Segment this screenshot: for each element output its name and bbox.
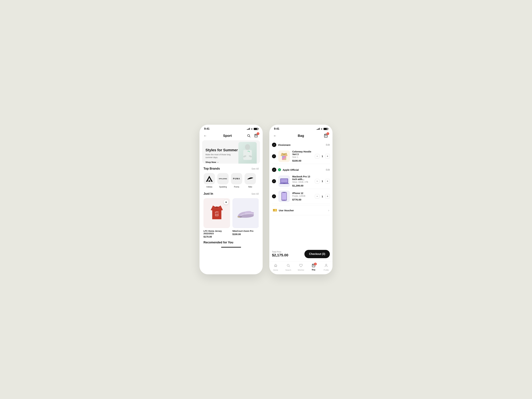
item-check-iphone[interactable]: ✓ — [272, 194, 276, 198]
item-check-macbook[interactable]: ✓ — [272, 179, 276, 183]
bag-nav: ← Bag 3 — [269, 132, 332, 140]
brand-adidas-label: Adidas — [206, 186, 212, 188]
hoodie-image — [278, 151, 290, 162]
brand-nike-label: Nike — [248, 186, 252, 188]
hero-heading: Styles for Summer — [205, 148, 238, 152]
wifi-icon-2: ⊕ — [321, 128, 323, 130]
seller-edit-1[interactable]: Edit — [326, 144, 330, 146]
bag-content: ✓ Vissionare Edit ✓ — [269, 140, 332, 247]
signal-icon-2 — [317, 128, 320, 130]
tab-home-label: Home — [273, 269, 278, 271]
macbook-qty: 1 — [321, 180, 323, 183]
macbook-qty-increase[interactable]: + — [325, 179, 330, 184]
svg-rect-23 — [283, 183, 285, 183]
status-bar-1: 9:41 ⊕ — [200, 125, 263, 132]
wishlist-icon — [299, 264, 303, 268]
svg-rect-17 — [282, 156, 286, 160]
hoodie-qty-decrease[interactable]: − — [315, 154, 320, 158]
brand-nike[interactable]: Nike — [244, 173, 256, 188]
signal-icon — [247, 128, 250, 130]
products-row: ♥ standard chartered — [203, 198, 259, 238]
total-amount: $2,175.00 — [272, 253, 288, 257]
bag-tab-wrapper: 3 — [312, 264, 315, 268]
voucher-chevron: › — [328, 209, 329, 212]
svg-point-10 — [215, 207, 218, 208]
search-button[interactable] — [246, 133, 251, 138]
iphone-qty-decrease[interactable]: − — [315, 194, 320, 199]
status-bar-2: 9:41 ⊕ — [269, 125, 332, 132]
battery-icon-2 — [323, 128, 328, 130]
macbook-details: Macbook Pro 13 Inch with... Silver, 16GB… — [292, 175, 313, 187]
checkout-button[interactable]: Checkout (3) — [304, 250, 330, 258]
cart-button[interactable]: 3 — [253, 133, 259, 138]
svg-rect-27 — [283, 192, 285, 192]
brand-puma[interactable]: PUMA Puma — [231, 173, 242, 188]
bag-cart-button[interactable]: 3 — [323, 133, 329, 138]
just-in-title: Just In — [203, 192, 213, 196]
macbook-qty-control: − 1 + — [315, 179, 330, 184]
iphone-price: $776.00 — [292, 198, 313, 201]
svg-line-30 — [289, 266, 290, 267]
seller-vissionare: ✓ Vissionare Edit — [272, 140, 330, 149]
svg-point-3 — [245, 144, 250, 150]
voucher-left: 🎫 Use Voucher — [273, 208, 294, 212]
shoe-name: NikeCourt Zoom Pro — [232, 230, 259, 232]
cart-badge: 3 — [257, 132, 259, 135]
product-jersey[interactable]: ♥ standard chartered — [203, 198, 230, 238]
voucher-row[interactable]: 🎫 Use Voucher › — [272, 205, 330, 215]
seller-edit-2[interactable]: Edit — [326, 168, 330, 171]
status-time-1: 9:41 — [204, 127, 209, 130]
macbook-qty-decrease[interactable]: − — [315, 179, 320, 184]
svg-rect-9 — [206, 181, 213, 181]
brand-adidas[interactable]: Adidas — [203, 173, 215, 188]
bag-back-button[interactable]: ← — [273, 134, 279, 138]
home-icon — [274, 264, 278, 268]
total-label: Total Price — [272, 251, 288, 253]
hoodie-details: Colorway Hoodie Vert 3 Size: L $100.00 — [292, 150, 313, 162]
total-section: Total Price $2,175.00 — [272, 251, 288, 257]
iphone-image — [278, 190, 290, 202]
top-brands-see-all[interactable]: See All — [251, 167, 259, 170]
hoodie-qty-increase[interactable]: + — [325, 154, 330, 158]
svg-line-1 — [249, 136, 250, 137]
brand-spalding[interactable]: SPALDING Spalding — [217, 173, 229, 188]
product-shoe[interactable]: NikeCourt Zoom Pro $100.00 — [232, 198, 259, 238]
status-icons-2: ⊕ — [317, 128, 328, 130]
hoodie-price: $100.00 — [292, 159, 313, 162]
seller-check-1: ✓ — [272, 143, 276, 147]
tab-profile[interactable]: Profile — [321, 264, 331, 271]
just-in-section: Just In See All ♥ — [200, 189, 263, 238]
back-button[interactable]: ← — [203, 134, 209, 138]
tab-wishlist[interactable]: Wishlist — [296, 264, 306, 271]
nav-actions: 3 — [246, 133, 259, 138]
battery-icon — [254, 128, 258, 130]
svg-text:chartered: chartered — [215, 215, 219, 216]
tab-wishlist-label: Wishlist — [298, 269, 304, 271]
top-brands-title: Top Brands — [203, 167, 220, 171]
jersey-price: $170.00 — [203, 235, 230, 238]
tab-search[interactable]: Search — [283, 264, 293, 271]
tab-bar: Home Search Wishlist — [269, 261, 332, 274]
hoodie-qty-control: − 1 + — [315, 154, 330, 158]
just-in-header: Just In See All — [203, 192, 259, 196]
hoodie-qty: 1 — [321, 155, 323, 158]
item-check-hoodie[interactable]: ✓ — [272, 154, 276, 158]
bag-badge: 3 — [327, 132, 329, 135]
puma-logo: PUMA — [231, 173, 242, 184]
tab-home[interactable]: Home — [271, 264, 281, 271]
shop-now-button[interactable]: Shop Now → — [205, 161, 219, 163]
jersey-favorite-btn[interactable]: ♥ — [224, 200, 228, 204]
hoodie-variant: Size: L — [292, 156, 313, 158]
hoodie-name: Colorway Hoodie Vert 3 — [292, 150, 313, 156]
seller-left-2: ✓ ✓ Apple Official — [272, 168, 299, 172]
phone-bag: 9:41 ⊕ ← Bag — [269, 125, 332, 274]
seller-left-1: ✓ Vissionare — [272, 143, 291, 147]
search-tab-icon — [286, 264, 290, 268]
tab-bag[interactable]: 3 Bag — [309, 264, 318, 271]
bag-tab-badge: 3 — [314, 263, 317, 265]
hero-subtext: Make the most of those long summer days. — [205, 153, 232, 159]
just-in-see-all[interactable]: See All — [251, 192, 259, 195]
iphone-qty-increase[interactable]: + — [325, 194, 330, 199]
brand-spalding-label: Spalding — [219, 186, 227, 188]
page-title: Sport — [223, 134, 232, 138]
